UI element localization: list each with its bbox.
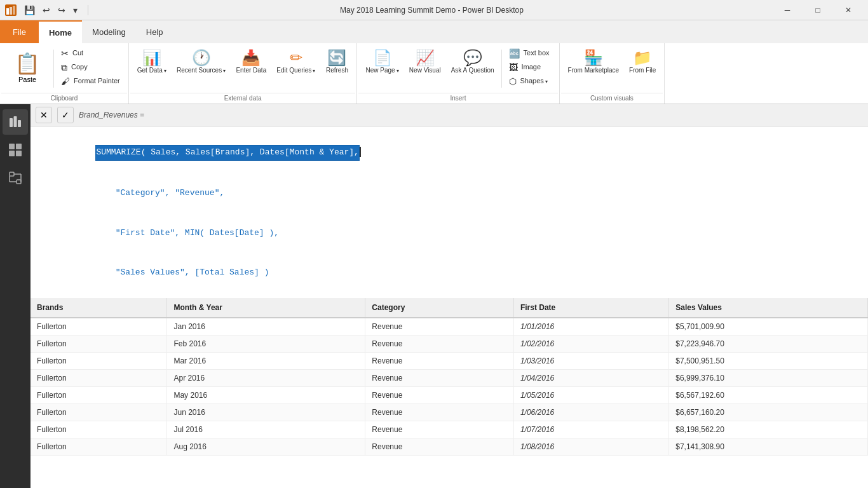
table-cell: $7,223,946.70 (669, 335, 868, 352)
table-row: FullertonApr 2016Revenue1/04/2016$6,999,… (31, 369, 868, 386)
code-highlighted-text: SUMMARIZE( Sales, Sales[Brands], Dates[M… (95, 145, 359, 161)
recent-sources-button[interactable]: 🕐 Recent Sources (172, 47, 230, 78)
code-line-4: "Sales Values", [Total Sales] ) (56, 253, 860, 292)
code-line-3: "First Date", MIN( Dates[Date] ), (56, 214, 860, 253)
sidebar-icon-data[interactable] (3, 137, 28, 163)
undo-button[interactable]: ↩ (40, 4, 53, 17)
menu-home[interactable]: Home (39, 20, 82, 43)
table-cell: 1/06/2016 (513, 403, 668, 421)
insert-group-label: Insert (358, 93, 557, 104)
table-cell: Revenue (365, 335, 514, 352)
window-controls: ─ □ ✕ (773, 1, 863, 20)
new-page-label: New Page (365, 67, 398, 74)
menu-help[interactable]: Help (136, 20, 173, 43)
image-button[interactable]: 🖼 Image (505, 61, 555, 74)
table-cell: Revenue (365, 352, 514, 369)
external-content: 📊 Get Data 🕐 Recent Sources 📥 Enter Data… (130, 46, 356, 92)
window-title: May 2018 Learning Summit Demo - Power BI… (96, 6, 768, 15)
refresh-icon: 🔄 (327, 50, 346, 65)
clipboard-group-label: Clipboard (1, 93, 127, 104)
enter-data-button[interactable]: 📥 Enter Data (231, 47, 271, 78)
menu-modeling[interactable]: Modeling (82, 20, 136, 43)
sidebar-left (0, 104, 31, 488)
shapes-icon: ⬡ (509, 77, 517, 86)
new-visual-icon: 📈 (416, 50, 435, 65)
minimize-button[interactable]: ─ (773, 1, 802, 20)
edit-queries-button[interactable]: ✏ Edit Queries (272, 47, 320, 78)
data-table: Brands Month & Year Category First Date … (31, 298, 868, 456)
ribbon-group-external: 📊 Get Data 🕐 Recent Sources 📥 Enter Data… (129, 43, 358, 104)
get-data-button[interactable]: 📊 Get Data (133, 47, 171, 78)
table-cell: Jul 2016 (167, 421, 365, 438)
app-icon (5, 4, 17, 16)
svg-rect-10 (10, 172, 14, 176)
table-row: FullertonJul 2016Revenue1/07/2016$8,198,… (31, 421, 868, 438)
clipboard-stack: ✂ Cut ⧉ Copy 🖌 Format Painter (57, 47, 125, 88)
close-button[interactable]: ✕ (834, 1, 863, 20)
formula-accept-button[interactable]: ✓ (57, 107, 74, 123)
insert-divider (501, 50, 502, 88)
cut-button[interactable]: ✂ Cut (57, 47, 125, 60)
table-cell: Aug 2016 (167, 438, 365, 455)
customize-button[interactable]: ▾ (71, 4, 80, 17)
text-box-button[interactable]: 🔤 Text box (505, 47, 555, 60)
get-data-label: Get Data (137, 67, 166, 74)
col-header-month-year: Month & Year (167, 298, 365, 318)
save-button[interactable]: 💾 (22, 4, 37, 17)
from-marketplace-button[interactable]: 🏪 From Marketplace (564, 47, 624, 78)
shapes-label: Shapes (520, 77, 548, 85)
table-row: FullertonAug 2016Revenue1/08/2016$7,141,… (31, 438, 868, 455)
paste-icon: 📋 (15, 51, 40, 76)
text-box-label: Text box (524, 49, 550, 57)
new-page-button[interactable]: 📄 New Page (361, 47, 403, 78)
format-painter-icon: 🖌 (61, 77, 70, 86)
table-cell: 1/03/2016 (513, 352, 668, 369)
table-cell: Revenue (365, 369, 514, 386)
code-line-2: "Category", "Revenue", (56, 173, 860, 213)
copy-icon: ⧉ (61, 63, 67, 72)
table-cell: Revenue (365, 318, 514, 336)
refresh-button[interactable]: 🔄 Refresh (321, 47, 353, 78)
svg-rect-1 (10, 7, 12, 15)
maximize-button[interactable]: □ (803, 1, 832, 20)
table-cell: $6,657,160.20 (669, 403, 868, 421)
table-cell: Fullerton (31, 335, 167, 352)
table-cell: Fullerton (31, 386, 167, 403)
table-cell: Fullerton (31, 369, 167, 386)
copy-button[interactable]: ⧉ Copy (57, 61, 125, 74)
sidebar-icon-relationships[interactable] (3, 165, 28, 191)
svg-rect-8 (9, 151, 15, 156)
table-cell: Jun 2016 (167, 403, 365, 421)
table-cell: Revenue (365, 421, 514, 438)
cursor (360, 147, 361, 157)
table-cell: Apr 2016 (167, 369, 365, 386)
table-row: FullertonJun 2016Revenue1/06/2016$6,657,… (31, 403, 868, 421)
formula-area: ✕ ✓ Brand_Revenues = (31, 104, 868, 126)
paste-area: 📋 Paste (4, 47, 51, 88)
table-cell: 1/05/2016 (513, 386, 668, 403)
table-cell: $8,198,562.20 (669, 421, 868, 438)
table-cell: $7,141,308.90 (669, 438, 868, 455)
table-cell: Fullerton (31, 438, 167, 455)
new-visual-button[interactable]: 📈 New Visual (405, 47, 445, 78)
from-file-label: From File (629, 67, 656, 74)
table-cell: Mar 2016 (167, 352, 365, 369)
ask-question-button[interactable]: 💬 Ask A Question (447, 47, 499, 78)
from-file-button[interactable]: 📁 From File (625, 47, 660, 78)
cut-icon: ✂ (61, 49, 69, 58)
enter-data-icon: 📥 (241, 50, 261, 65)
new-visual-label: New Visual (409, 67, 441, 74)
paste-button[interactable]: 📋 Paste (9, 50, 46, 85)
sidebar-icon-report[interactable] (3, 109, 28, 135)
table-header: Brands Month & Year Category First Date … (31, 298, 868, 318)
enter-data-label: Enter Data (236, 67, 266, 74)
image-label: Image (522, 63, 541, 71)
clipboard-content: 📋 Paste ✂ Cut ⧉ Copy 🖌 Format Painter (1, 46, 127, 92)
table-cell: 1/01/2016 (513, 318, 668, 336)
format-painter-button[interactable]: 🖌 Format Painter (57, 75, 125, 88)
code-editor[interactable]: SUMMARIZE( Sales, Sales[Brands], Dates[M… (31, 126, 868, 298)
redo-button[interactable]: ↪ (55, 4, 68, 17)
shapes-button[interactable]: ⬡ Shapes (505, 75, 555, 88)
formula-cancel-button[interactable]: ✕ (36, 107, 52, 123)
menu-file[interactable]: File (0, 20, 39, 43)
